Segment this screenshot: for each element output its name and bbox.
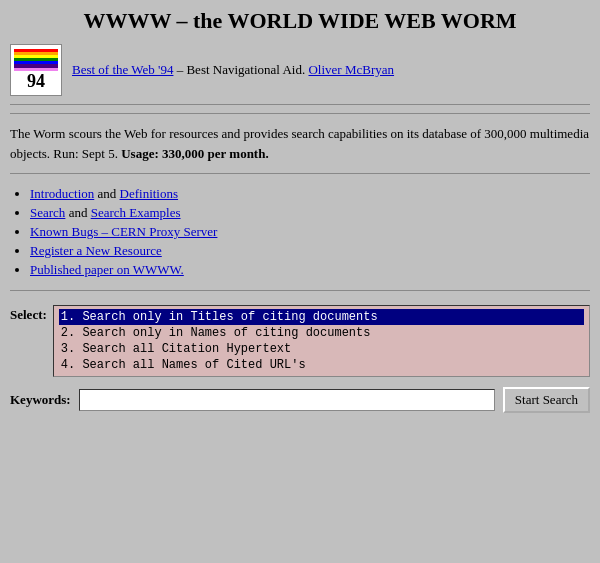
- keywords-label: Keywords:: [10, 392, 71, 408]
- divider-3: [10, 290, 590, 291]
- badge-image: 94: [10, 44, 62, 96]
- header-section: 94 Best of the Web '94 – Best Navigation…: [10, 44, 590, 105]
- list-item: Introduction and Definitions: [30, 186, 590, 202]
- definitions-link[interactable]: Definitions: [120, 186, 179, 201]
- published-paper-link[interactable]: Published paper on WWWW.: [30, 262, 184, 277]
- rainbow-bar: [14, 49, 58, 71]
- select-option-3[interactable]: 3. Search all Citation Hypertext: [59, 341, 584, 357]
- header-separator: – Best Navigational Aid.: [173, 62, 308, 77]
- select-option-1[interactable]: 1. Search only in Titles of citing docum…: [59, 309, 584, 325]
- list-item: Published paper on WWWW.: [30, 262, 590, 278]
- nav-list: Introduction and Definitions Search and …: [30, 186, 590, 278]
- author-link[interactable]: Oliver McBryan: [308, 62, 394, 77]
- keywords-row: Keywords: Start Search: [10, 387, 590, 413]
- list-item: Known Bugs – CERN Proxy Server: [30, 224, 590, 240]
- description-section: The Worm scours the Web for resources an…: [10, 124, 590, 163]
- list-item: Register a New Resource: [30, 243, 590, 259]
- page-title: WWWW – the WORLD WIDE WEB WORM: [10, 8, 590, 34]
- select-label: Select:: [10, 305, 47, 323]
- search-section: Select: 1. Search only in Titles of citi…: [10, 305, 590, 413]
- page-wrapper: WWWW – the WORLD WIDE WEB WORM 94 Best o…: [0, 0, 600, 421]
- badge-year: 94: [27, 71, 45, 92]
- select-row: Select: 1. Search only in Titles of citi…: [10, 305, 590, 377]
- introduction-link[interactable]: Introduction: [30, 186, 94, 201]
- select-option-2[interactable]: 2. Search only in Names of citing docume…: [59, 325, 584, 341]
- search-examples-link[interactable]: Search Examples: [91, 205, 181, 220]
- select-options-box[interactable]: 1. Search only in Titles of citing docum…: [53, 305, 590, 377]
- divider-1: [10, 113, 590, 114]
- list-item: Search and Search Examples: [30, 205, 590, 221]
- keywords-input[interactable]: [79, 389, 495, 411]
- select-option-4[interactable]: 4. Search all Names of Cited URL's: [59, 357, 584, 373]
- known-bugs-link[interactable]: Known Bugs – CERN Proxy Server: [30, 224, 217, 239]
- start-search-button[interactable]: Start Search: [503, 387, 590, 413]
- divider-2: [10, 173, 590, 174]
- search-link[interactable]: Search: [30, 205, 65, 220]
- register-link[interactable]: Register a New Resource: [30, 243, 162, 258]
- usage-text: Usage: 330,000 per month.: [121, 146, 268, 161]
- description-text: The Worm scours the Web for resources an…: [10, 126, 589, 161]
- best-of-web-link[interactable]: Best of the Web '94: [72, 62, 173, 77]
- header-text: Best of the Web '94 – Best Navigational …: [72, 62, 394, 78]
